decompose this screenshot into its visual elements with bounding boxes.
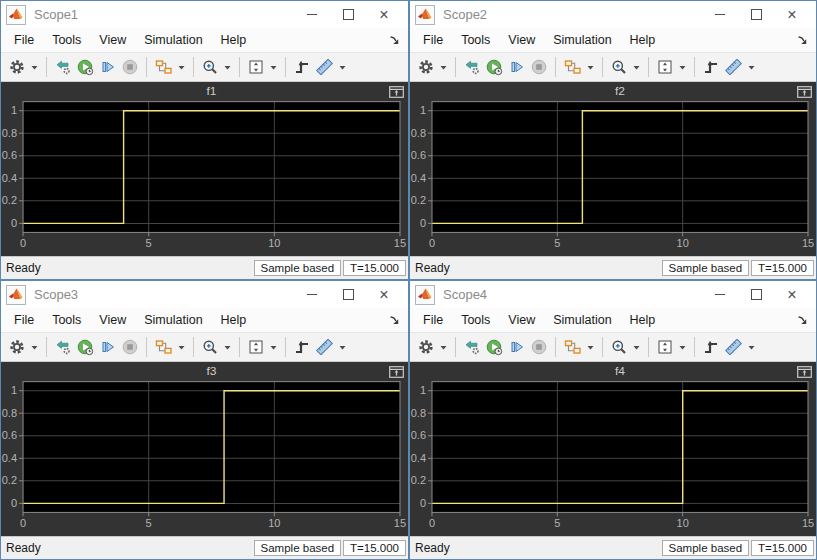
- maximize-button[interactable]: [738, 4, 774, 26]
- zoom-in-button[interactable]: [608, 55, 630, 79]
- maximize-axes-button[interactable]: [796, 85, 812, 98]
- close-button[interactable]: ×: [366, 284, 402, 306]
- menu-item-tools[interactable]: Tools: [452, 30, 499, 50]
- stop-button[interactable]: [119, 55, 141, 79]
- menu-item-view[interactable]: View: [499, 30, 544, 50]
- maximize-button[interactable]: [330, 4, 366, 26]
- menu-item-file[interactable]: File: [414, 310, 452, 330]
- highlight-simulink-block-button[interactable]: [461, 55, 483, 79]
- settings-dropdown-caret[interactable]: [437, 55, 450, 79]
- menu-item-view[interactable]: View: [90, 30, 135, 50]
- dock-scope-button[interactable]: [388, 314, 400, 326]
- highlight-simulink-block-button[interactable]: [52, 55, 74, 79]
- menu-item-simulation[interactable]: Simulation: [544, 30, 620, 50]
- stop-button[interactable]: [528, 55, 550, 79]
- run-button[interactable]: [483, 335, 506, 359]
- minimize-button[interactable]: [702, 284, 738, 306]
- menu-item-simulation[interactable]: Simulation: [544, 310, 620, 330]
- dock-scope-button[interactable]: [796, 314, 808, 326]
- titlebar[interactable]: Scope1 ×: [1, 1, 408, 28]
- scale-axes-dropdown-caret[interactable]: [267, 335, 280, 359]
- cursor-measurements-button[interactable]: [722, 55, 745, 79]
- step-forward-button[interactable]: [506, 55, 528, 79]
- run-button[interactable]: [483, 55, 506, 79]
- titlebar[interactable]: Scope2 ×: [410, 1, 816, 28]
- stop-button[interactable]: [528, 335, 550, 359]
- zoom-dropdown-caret[interactable]: [221, 55, 234, 79]
- zoom-in-button[interactable]: [199, 55, 221, 79]
- settings-button[interactable]: [415, 55, 437, 79]
- highlight-simulink-block-button[interactable]: [52, 335, 74, 359]
- minimize-button[interactable]: [294, 284, 330, 306]
- close-button[interactable]: ×: [774, 4, 810, 26]
- menu-item-help[interactable]: Help: [621, 310, 665, 330]
- step-forward-button[interactable]: [97, 335, 119, 359]
- measurements-dropdown-caret[interactable]: [745, 335, 758, 359]
- maximize-axes-button[interactable]: [388, 365, 404, 378]
- scale-axes-button[interactable]: [654, 335, 676, 359]
- minimize-button[interactable]: [294, 4, 330, 26]
- triggers-button[interactable]: [700, 55, 722, 79]
- menu-item-tools[interactable]: Tools: [43, 30, 90, 50]
- scale-axes-dropdown-caret[interactable]: [267, 55, 280, 79]
- stop-button[interactable]: [119, 335, 141, 359]
- settings-button[interactable]: [6, 55, 28, 79]
- settings-dropdown-caret[interactable]: [28, 55, 41, 79]
- minimize-button[interactable]: [702, 4, 738, 26]
- menu-item-help[interactable]: Help: [212, 30, 256, 50]
- zoom-dropdown-caret[interactable]: [630, 55, 643, 79]
- signal-selector-button[interactable]: [152, 55, 175, 79]
- signal-selector-dropdown-caret[interactable]: [584, 335, 597, 359]
- measurements-dropdown-caret[interactable]: [336, 335, 349, 359]
- signal-selector-button[interactable]: [561, 335, 584, 359]
- triggers-button[interactable]: [291, 335, 313, 359]
- signal-selector-dropdown-caret[interactable]: [175, 55, 188, 79]
- signal-selector-button[interactable]: [152, 335, 175, 359]
- zoom-dropdown-caret[interactable]: [221, 335, 234, 359]
- cursor-measurements-button[interactable]: [313, 335, 336, 359]
- maximize-axes-button[interactable]: [388, 85, 404, 98]
- scale-axes-dropdown-caret[interactable]: [676, 335, 689, 359]
- settings-dropdown-caret[interactable]: [437, 335, 450, 359]
- signal-selector-dropdown-caret[interactable]: [175, 335, 188, 359]
- menu-item-view[interactable]: View: [90, 310, 135, 330]
- menu-item-file[interactable]: File: [5, 30, 43, 50]
- menu-item-tools[interactable]: Tools: [43, 310, 90, 330]
- maximize-button[interactable]: [330, 284, 366, 306]
- scale-axes-dropdown-caret[interactable]: [676, 55, 689, 79]
- signal-selector-dropdown-caret[interactable]: [584, 55, 597, 79]
- settings-button[interactable]: [415, 335, 437, 359]
- menu-item-simulation[interactable]: Simulation: [135, 310, 211, 330]
- cursor-measurements-button[interactable]: [313, 55, 336, 79]
- titlebar[interactable]: Scope4 ×: [410, 281, 816, 308]
- measurements-dropdown-caret[interactable]: [336, 55, 349, 79]
- measurements-dropdown-caret[interactable]: [745, 55, 758, 79]
- close-button[interactable]: ×: [366, 4, 402, 26]
- dock-scope-button[interactable]: [796, 34, 808, 46]
- triggers-button[interactable]: [291, 55, 313, 79]
- menu-item-help[interactable]: Help: [621, 30, 665, 50]
- maximize-axes-button[interactable]: [796, 365, 812, 378]
- triggers-button[interactable]: [700, 335, 722, 359]
- highlight-simulink-block-button[interactable]: [461, 335, 483, 359]
- titlebar[interactable]: Scope3 ×: [1, 281, 408, 308]
- menu-item-tools[interactable]: Tools: [452, 310, 499, 330]
- close-button[interactable]: ×: [774, 284, 810, 306]
- settings-dropdown-caret[interactable]: [28, 335, 41, 359]
- menu-item-view[interactable]: View: [499, 310, 544, 330]
- signal-selector-button[interactable]: [561, 55, 584, 79]
- cursor-measurements-button[interactable]: [722, 335, 745, 359]
- run-button[interactable]: [74, 335, 97, 359]
- scale-axes-button[interactable]: [245, 335, 267, 359]
- settings-button[interactable]: [6, 335, 28, 359]
- maximize-button[interactable]: [738, 284, 774, 306]
- menu-item-file[interactable]: File: [5, 310, 43, 330]
- zoom-dropdown-caret[interactable]: [630, 335, 643, 359]
- step-forward-button[interactable]: [506, 335, 528, 359]
- scale-axes-button[interactable]: [654, 55, 676, 79]
- zoom-in-button[interactable]: [608, 335, 630, 359]
- dock-scope-button[interactable]: [388, 34, 400, 46]
- run-button[interactable]: [74, 55, 97, 79]
- menu-item-file[interactable]: File: [414, 30, 452, 50]
- zoom-in-button[interactable]: [199, 335, 221, 359]
